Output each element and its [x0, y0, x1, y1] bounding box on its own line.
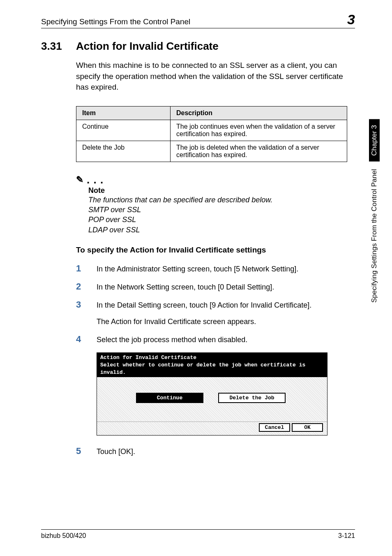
table-head-item: Item [76, 106, 171, 120]
step-number: 4 [76, 334, 97, 345]
table-row: Continue The job continues even when the… [76, 120, 347, 141]
note-body: The functions that can be specified are … [88, 195, 355, 235]
table-row: Delete the Job The job is deleted when t… [76, 141, 347, 162]
cell-description: The job is deleted when the validation o… [171, 141, 347, 162]
cell-item: Delete the Job [76, 141, 171, 162]
table-head-description: Description [171, 106, 347, 120]
footer-page-number: 3-121 [338, 532, 355, 540]
section-intro: When this machine is to be connected to … [76, 60, 355, 93]
step-text: In the Administrator Setting screen, tou… [97, 264, 355, 274]
side-chapter-tab: Chapter 3 [369, 119, 380, 162]
screenshot-subtitle: Select whether to continue or delete the… [100, 361, 324, 376]
section-title: Action for Invalid Certificate [76, 40, 219, 53]
step-text: In the Detail Setting screen, touch [9 A… [97, 300, 355, 327]
note-icon: ✎ [76, 174, 83, 185]
step-text: Select the job process method when disab… [97, 334, 355, 345]
step-number: 5 [76, 446, 97, 457]
continue-button[interactable]: Continue [136, 393, 203, 403]
note-label: Note [88, 186, 355, 195]
step-number: 1 [76, 264, 97, 274]
section-number: 3.31 [41, 40, 76, 53]
step-text: In the Network Setting screen, touch [0 … [97, 282, 355, 292]
side-breadcrumb: Specifying Settings From the Control Pan… [370, 169, 378, 303]
footer-model: bizhub 500/420 [41, 532, 338, 540]
panel-screenshot: Action for Invalid Certificate Select wh… [97, 352, 327, 436]
procedure-heading: To specify the Action for Invalid Certif… [76, 246, 355, 255]
settings-table: Item Description Continue The job contin… [76, 106, 347, 162]
chapter-number-badge: 3 [345, 12, 355, 26]
step-number: 2 [76, 282, 97, 292]
cell-item: Continue [76, 120, 171, 141]
ellipsis-icon: . . . [87, 174, 104, 186]
step-number: 3 [76, 300, 97, 327]
cell-description: The job continues even when the validati… [171, 120, 347, 141]
ok-button[interactable]: OK [292, 423, 323, 432]
screenshot-title: Action for Invalid Certificate [100, 354, 324, 361]
running-header: Specifying Settings From the Control Pan… [41, 17, 345, 26]
step-text: Touch [OK]. [97, 446, 355, 457]
cancel-button[interactable]: Cancel [259, 423, 290, 432]
delete-job-button[interactable]: Delete the Job [218, 393, 286, 403]
